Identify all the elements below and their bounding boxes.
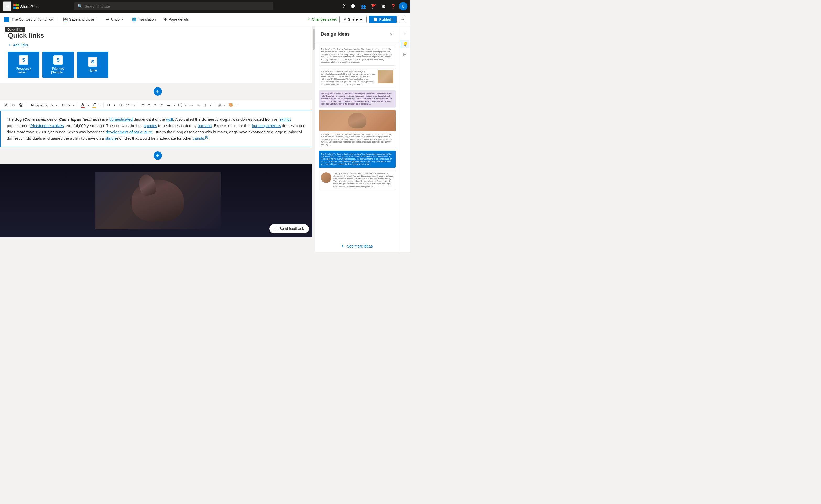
share-label: Share	[348, 17, 358, 21]
properties-tool-button[interactable]: ⊟	[402, 50, 408, 58]
strikethrough-button[interactable]: 99	[125, 102, 132, 108]
undo-label: Undo	[111, 17, 119, 21]
share-icon: ↗	[343, 17, 346, 21]
send-feedback-button[interactable]: ↩ Send feedback	[269, 224, 309, 233]
design-idea-card-5[interactable]: The dog (Canis familiaris or Canis lupus…	[319, 150, 396, 168]
text-editor-content[interactable]: The dog (Canis familiaris or Canis lupus…	[0, 111, 315, 147]
link-card-3[interactable]: S Home	[77, 52, 108, 78]
translation-button[interactable]: 🌐 Translation	[129, 16, 159, 23]
wolf-link[interactable]: wolf	[166, 117, 173, 122]
collapse-panel-button[interactable]: ⇥	[399, 16, 406, 23]
publish-button[interactable]: 📄 Publish	[369, 16, 397, 23]
add-section-button-1[interactable]: +	[154, 87, 162, 96]
domesticated-link[interactable]: domesticated	[109, 117, 133, 122]
design-panel-close-button[interactable]: ×	[389, 30, 394, 38]
font-color-button[interactable]: A	[79, 101, 86, 109]
question-icon-button[interactable]: ❓	[388, 2, 398, 11]
text-paragraph: The dog (Canis familiaris or Canis lupus…	[7, 116, 308, 141]
table-arrow-icon: ▼	[223, 104, 226, 107]
image-section: ↩ Send feedback	[0, 164, 315, 237]
species-link[interactable]: species	[144, 123, 157, 128]
add-icon: ＋	[8, 43, 12, 47]
design-idea-card-6[interactable]: The dog (Canis familiaris or Canis lupus…	[319, 170, 396, 190]
highlight-color-button[interactable]: 🖊	[91, 101, 98, 109]
undo-button[interactable]: ↩ Undo ▼	[103, 16, 127, 23]
highlight-arrow-icon: ▼	[99, 104, 101, 107]
bullet-list-button[interactable]: ≔	[165, 102, 172, 108]
settings-icon-button[interactable]: ⚙	[380, 2, 387, 11]
idea-text-3: The dog (Canis familiaris or Canis lupus…	[321, 92, 393, 105]
idea-large-img-4	[319, 110, 396, 131]
fmt-separator-2	[77, 102, 77, 108]
right-tools-panel: ＋ 💡 ⊟	[399, 26, 411, 252]
scroll-thumb[interactable]	[313, 29, 315, 50]
theme-color-button[interactable]: 🎨	[227, 102, 235, 108]
save-close-label: Save and close	[69, 17, 94, 21]
add-section-tool-button[interactable]: ＋	[401, 29, 409, 38]
people-icon-button[interactable]: 👥	[359, 2, 368, 11]
humans-link[interactable]: humans	[198, 123, 212, 128]
design-panel-header: Design ideas ×	[315, 26, 399, 42]
fmt-separator-3	[103, 102, 104, 108]
design-idea-content-4: The dog (Canis familiaris or Canis lupus…	[319, 110, 396, 148]
chat-icon-button[interactable]: 💬	[348, 2, 358, 11]
page-details-label: Page details	[169, 17, 189, 21]
design-idea-card-1[interactable]: The dog (Canis familiaris or Canis lupus…	[319, 46, 396, 66]
align-justify-button[interactable]: ≡	[159, 102, 164, 108]
design-idea-card-3[interactable]: The dog (Canis familiaris or Canis lupus…	[319, 90, 396, 108]
idea-text-6: The dog (Canis familiaris or Canis lupus…	[333, 172, 393, 188]
align-left-button[interactable]: ≡	[140, 102, 145, 108]
flag-icon-button[interactable]: 🚩	[369, 2, 379, 11]
idea-text-area-4: The dog (Canis familiaris or Canis lupus…	[319, 131, 396, 148]
design-idea-content-6: The dog (Canis familiaris or Canis lupus…	[319, 170, 396, 190]
pleistocene-wolves-link[interactable]: Pleistocene wolves	[30, 123, 64, 128]
search-bar[interactable]: 🔍	[74, 2, 273, 10]
hunter-gatherers-link[interactable]: hunter-gatherers	[252, 123, 281, 128]
dog-image-placeholder	[95, 172, 221, 229]
sharepoint-s-icon-3: S	[89, 58, 96, 65]
add-section-button-2[interactable]: +	[154, 151, 162, 160]
starch-link[interactable]: starch	[105, 136, 116, 140]
design-idea-card-2[interactable]: The dog (Canis familiaris or Canis lupus…	[319, 68, 396, 88]
design-ideas-tool-button[interactable]: 💡	[401, 40, 409, 48]
user-avatar[interactable]: U	[399, 2, 407, 10]
link-card-label-3: Home	[89, 69, 97, 72]
italic-button[interactable]: I	[113, 102, 117, 108]
link-card-2[interactable]: S Priorities [Sample...	[42, 52, 74, 78]
search-input[interactable]	[85, 4, 270, 8]
save-close-arrow-icon: ▼	[96, 18, 98, 21]
dog-head	[137, 173, 157, 197]
font-size-select[interactable]: 18	[59, 102, 71, 108]
design-ideas-panel: Design ideas × The dog (Canis familiaris…	[315, 26, 399, 252]
quick-links-tooltip: Quick links	[5, 27, 25, 32]
delete-icon-button[interactable]: 🗑	[17, 102, 24, 108]
link-card-1[interactable]: S Frequently asked...	[8, 52, 39, 78]
align-right-button[interactable]: ≡	[153, 102, 158, 108]
page-details-button[interactable]: ⚙ Page details	[161, 16, 192, 23]
development-agriculture-link[interactable]: development of agriculture	[106, 130, 152, 134]
share-button[interactable]: ↗ Share ▼	[339, 16, 367, 23]
add-links-button[interactable]: ＋ Add links	[8, 43, 307, 47]
canids-link[interactable]: canids.[4]	[193, 136, 208, 140]
indent-button[interactable]: ⇥	[188, 102, 195, 108]
numbered-list-button[interactable]: ⑴	[177, 102, 184, 108]
formatting-toolbar: ✥ ⧉ 🗑 No spacing ▼ 18 ▼ A ▼ 🖊 ▼	[0, 100, 315, 111]
help-icon-button[interactable]: ?	[341, 2, 347, 11]
outdent-button[interactable]: ⇤	[196, 102, 202, 108]
waffle-menu-button[interactable]: ⊞	[3, 1, 11, 11]
design-idea-card-4[interactable]: The dog (Canis familiaris or Canis lupus…	[319, 110, 396, 148]
see-more-ideas-button[interactable]: ↻ See more ideas	[315, 240, 399, 252]
highlight-color-bar	[92, 107, 96, 108]
style-select[interactable]: No spacing	[29, 102, 54, 108]
copy-icon-button[interactable]: ⧉	[10, 102, 16, 108]
page-content-area[interactable]: Quick links Quick links ＋ Add links S Fr…	[0, 26, 315, 252]
vertical-scrollbar[interactable]	[312, 26, 315, 252]
underline-button[interactable]: U	[118, 102, 124, 108]
align-center-button[interactable]: ≡	[146, 102, 151, 108]
move-icon-button[interactable]: ✥	[3, 102, 9, 108]
extinct-link[interactable]: extinct	[280, 117, 291, 122]
table-button[interactable]: ⊞	[216, 102, 222, 108]
bold-button[interactable]: B	[106, 102, 112, 108]
line-spacing-button[interactable]: ↕	[203, 102, 208, 108]
save-close-button[interactable]: 💾 Save and close ▼	[60, 16, 101, 23]
